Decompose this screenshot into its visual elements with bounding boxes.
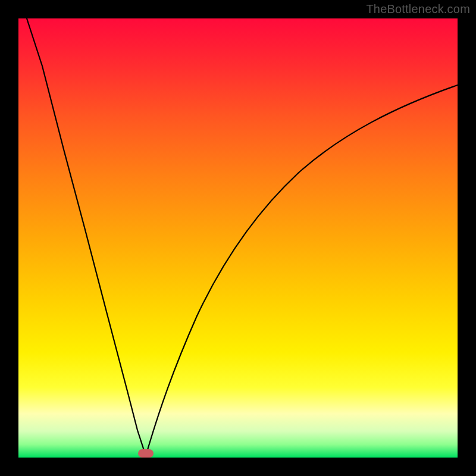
curve-left-branch <box>27 18 146 456</box>
attribution-text: TheBottleneck.com <box>366 2 470 16</box>
chart-frame: TheBottleneck.com <box>0 0 476 476</box>
curve-right-branch <box>146 85 458 456</box>
plot-area <box>18 18 458 458</box>
optimum-marker <box>138 449 154 458</box>
curve-overlay <box>18 18 458 458</box>
